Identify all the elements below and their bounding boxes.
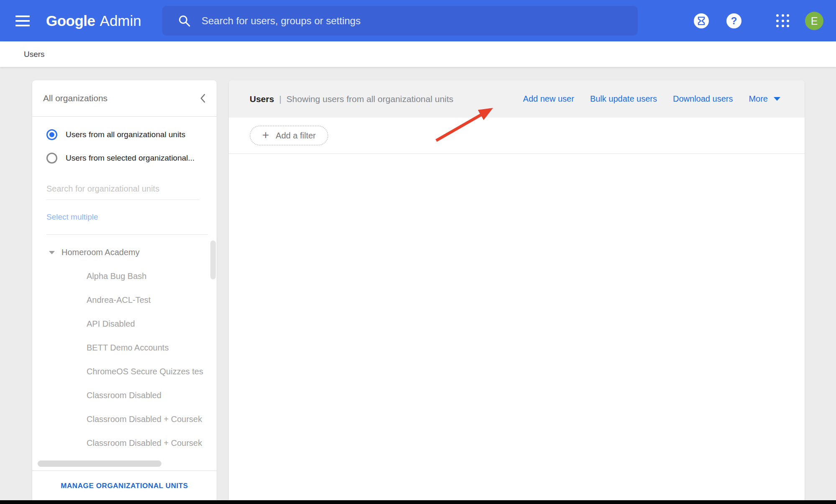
logo-admin-text: Admin xyxy=(100,13,141,29)
app-header: Google Admin ? E xyxy=(0,0,836,41)
org-units-search-input[interactable] xyxy=(46,184,199,200)
users-panel: Users | Showing users from all organizat… xyxy=(229,80,805,501)
users-panel-header: Users | Showing users from all organizat… xyxy=(229,80,805,118)
tree-item-label: Andrea-ACL-Test xyxy=(87,295,151,305)
tree-item-label: Classroom Disabled + Coursek xyxy=(87,414,202,424)
tree-root-homeroom-academy[interactable]: Homeroom Academy xyxy=(32,240,217,264)
radio-label: Users from selected organizational... xyxy=(66,154,194,163)
radio-users-selected-org-units[interactable]: Users from selected organizational... xyxy=(32,146,217,170)
organizations-panel-title: All organizations xyxy=(43,93,107,103)
tree-item[interactable]: Classroom Disabled + Coursek xyxy=(32,407,217,431)
organizations-panel-header: All organizations xyxy=(32,80,217,116)
tree-item-label: ChromeOS Secure Quizzes tes xyxy=(87,367,203,376)
global-search-bar[interactable] xyxy=(162,6,638,36)
radio-selected-icon xyxy=(46,129,57,140)
chevron-left-icon[interactable] xyxy=(200,93,206,103)
add-filter-label: Add a filter xyxy=(276,131,316,141)
more-button[interactable]: More xyxy=(749,94,780,104)
logo-google-text: Google xyxy=(46,13,95,29)
org-units-tree: Homeroom Academy Alpha Bug Bash Andrea-A… xyxy=(32,240,217,455)
tree-item[interactable]: Alpha Bug Bash xyxy=(32,264,217,288)
caret-down-icon[interactable] xyxy=(49,251,55,254)
apps-grid-icon[interactable] xyxy=(776,14,790,28)
tree-item-label: BETT Demo Accounts xyxy=(87,343,169,353)
tree-item[interactable]: Classroom Disabled + Coursek xyxy=(32,431,217,455)
tree-item-label: API Disabled xyxy=(87,319,135,329)
tree-item[interactable]: BETT Demo Accounts xyxy=(32,336,217,360)
divider xyxy=(229,154,805,154)
tree-root-label: Homeroom Academy xyxy=(61,248,140,257)
breadcrumb-bar: Users xyxy=(0,41,836,67)
chevron-down-icon xyxy=(774,97,780,101)
avatar-initial: E xyxy=(811,15,818,27)
hourglass-icon[interactable] xyxy=(694,13,709,28)
users-panel-title-group: Users | Showing users from all organizat… xyxy=(250,94,453,104)
title-separator: | xyxy=(279,94,281,104)
add-new-user-link[interactable]: Add new user xyxy=(523,94,574,104)
radio-label: Users from all organizational units xyxy=(66,130,185,139)
manage-organizational-units-button[interactable]: MANAGE ORGANIZATIONAL UNITS xyxy=(32,471,217,501)
search-icon xyxy=(178,15,191,27)
screenshot-bottom-edge xyxy=(0,500,836,504)
breadcrumb[interactable]: Users xyxy=(24,50,45,59)
radio-users-all-org-units[interactable]: Users from all organizational units xyxy=(32,123,217,146)
search-input[interactable] xyxy=(202,15,629,27)
select-multiple-link[interactable]: Select multiple xyxy=(46,212,98,222)
divider xyxy=(46,234,208,235)
organizations-panel: All organizations Users from all organiz… xyxy=(32,80,217,501)
radio-unselected-icon xyxy=(46,153,57,164)
divider xyxy=(32,116,217,117)
hamburger-menu-icon[interactable] xyxy=(15,14,32,28)
google-admin-console: Google Admin ? E Users xyxy=(0,0,836,504)
page-subtitle: Showing users from all organizational un… xyxy=(286,94,453,104)
tree-item[interactable]: Classroom Disabled xyxy=(32,384,217,407)
add-filter-button[interactable]: + Add a filter xyxy=(250,125,328,146)
users-actions: Add new user Bulk update users Download … xyxy=(523,94,780,104)
more-label: More xyxy=(749,94,768,104)
google-admin-logo: Google Admin xyxy=(46,0,141,41)
tree-item[interactable]: API Disabled xyxy=(32,312,217,336)
plus-icon: + xyxy=(262,129,269,141)
help-icon[interactable]: ? xyxy=(726,13,741,28)
vertical-scrollbar-thumb[interactable] xyxy=(210,240,216,279)
tree-item[interactable]: Andrea-ACL-Test xyxy=(32,288,217,312)
download-users-link[interactable]: Download users xyxy=(673,94,733,104)
tree-item-label: Classroom Disabled + Coursek xyxy=(87,438,202,448)
tree-item-label: Alpha Bug Bash xyxy=(87,271,146,281)
bulk-update-users-link[interactable]: Bulk update users xyxy=(590,94,657,104)
tree-item-label: Classroom Disabled xyxy=(87,391,161,400)
horizontal-scrollbar-thumb[interactable] xyxy=(38,461,161,467)
tree-item[interactable]: ChromeOS Secure Quizzes tes xyxy=(32,360,217,384)
filter-row: + Add a filter xyxy=(229,118,805,154)
help-glyph: ? xyxy=(731,15,737,27)
avatar[interactable]: E xyxy=(805,12,823,30)
page-title: Users xyxy=(250,94,274,104)
